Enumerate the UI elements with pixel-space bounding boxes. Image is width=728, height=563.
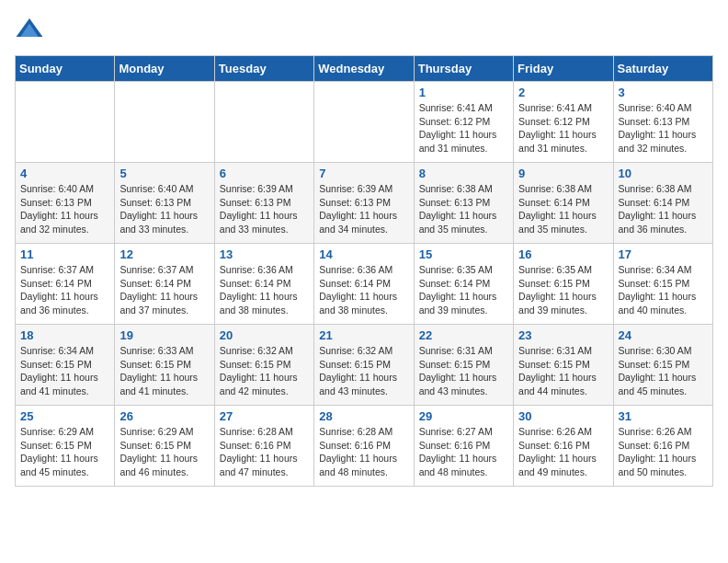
day-number: 29 — [419, 409, 508, 423]
calendar-cell: 6Sunrise: 6:39 AM Sunset: 6:13 PM Daylig… — [214, 163, 313, 244]
day-number: 7 — [319, 167, 408, 180]
day-info: Sunrise: 6:26 AM Sunset: 6:16 PM Dayligh… — [619, 425, 708, 479]
calendar-cell: 1Sunrise: 6:41 AM Sunset: 6:12 PM Daylig… — [414, 82, 513, 163]
calendar-week-row: 18Sunrise: 6:34 AM Sunset: 6:15 PM Dayli… — [16, 325, 713, 406]
day-number: 9 — [518, 167, 608, 180]
calendar-cell: 16Sunrise: 6:35 AM Sunset: 6:15 PM Dayli… — [514, 244, 613, 325]
calendar-header-sunday: Sunday — [16, 56, 115, 82]
calendar-cell: 18Sunrise: 6:34 AM Sunset: 6:15 PM Dayli… — [16, 325, 115, 406]
calendar-cell: 3Sunrise: 6:40 AM Sunset: 6:13 PM Daylig… — [613, 82, 712, 163]
calendar-cell: 8Sunrise: 6:38 AM Sunset: 6:13 PM Daylig… — [414, 163, 513, 244]
calendar-cell: 28Sunrise: 6:28 AM Sunset: 6:16 PM Dayli… — [314, 406, 414, 487]
calendar-cell: 30Sunrise: 6:26 AM Sunset: 6:16 PM Dayli… — [514, 406, 613, 487]
calendar-cell: 22Sunrise: 6:31 AM Sunset: 6:15 PM Dayli… — [414, 325, 513, 406]
day-number: 6 — [220, 167, 309, 180]
day-info: Sunrise: 6:32 AM Sunset: 6:15 PM Dayligh… — [319, 344, 408, 398]
calendar-cell: 29Sunrise: 6:27 AM Sunset: 6:16 PM Dayli… — [414, 406, 513, 487]
calendar-week-row: 11Sunrise: 6:37 AM Sunset: 6:14 PM Dayli… — [16, 244, 713, 325]
day-number: 26 — [119, 409, 209, 423]
calendar-cell: 4Sunrise: 6:40 AM Sunset: 6:13 PM Daylig… — [16, 163, 115, 244]
calendar-cell: 21Sunrise: 6:32 AM Sunset: 6:15 PM Dayli… — [314, 325, 414, 406]
calendar-cell: 13Sunrise: 6:36 AM Sunset: 6:14 PM Dayli… — [214, 244, 313, 325]
day-number: 17 — [619, 247, 708, 261]
day-number: 20 — [220, 328, 309, 342]
day-number: 8 — [419, 167, 508, 180]
day-number: 13 — [220, 247, 309, 261]
calendar-cell: 23Sunrise: 6:31 AM Sunset: 6:15 PM Dayli… — [514, 325, 613, 406]
day-info: Sunrise: 6:37 AM Sunset: 6:14 PM Dayligh… — [119, 263, 209, 317]
day-info: Sunrise: 6:31 AM Sunset: 6:15 PM Dayligh… — [518, 344, 608, 398]
day-info: Sunrise: 6:29 AM Sunset: 6:15 PM Dayligh… — [119, 425, 209, 479]
day-number: 10 — [619, 167, 708, 180]
calendar-cell: 26Sunrise: 6:29 AM Sunset: 6:15 PM Dayli… — [115, 406, 214, 487]
calendar-week-row: 25Sunrise: 6:29 AM Sunset: 6:15 PM Dayli… — [16, 406, 713, 487]
calendar-cell: 11Sunrise: 6:37 AM Sunset: 6:14 PM Dayli… — [16, 244, 115, 325]
calendar-header-wednesday: Wednesday — [314, 56, 414, 82]
day-number: 30 — [518, 409, 608, 423]
day-info: Sunrise: 6:30 AM Sunset: 6:15 PM Dayligh… — [619, 344, 708, 398]
day-number: 4 — [20, 167, 109, 180]
day-number: 24 — [619, 328, 708, 342]
day-info: Sunrise: 6:41 AM Sunset: 6:12 PM Dayligh… — [518, 101, 608, 155]
day-info: Sunrise: 6:41 AM Sunset: 6:12 PM Dayligh… — [419, 101, 508, 155]
day-number: 27 — [220, 409, 309, 423]
calendar-cell: 19Sunrise: 6:33 AM Sunset: 6:15 PM Dayli… — [115, 325, 214, 406]
calendar-week-row: 1Sunrise: 6:41 AM Sunset: 6:12 PM Daylig… — [16, 82, 713, 163]
day-info: Sunrise: 6:31 AM Sunset: 6:15 PM Dayligh… — [419, 344, 508, 398]
day-info: Sunrise: 6:38 AM Sunset: 6:14 PM Dayligh… — [518, 182, 608, 236]
day-number: 23 — [518, 328, 608, 342]
day-info: Sunrise: 6:28 AM Sunset: 6:16 PM Dayligh… — [319, 425, 408, 479]
calendar-header-row: SundayMondayTuesdayWednesdayThursdayFrid… — [16, 56, 713, 82]
logo-icon — [15, 15, 44, 44]
calendar-header-tuesday: Tuesday — [214, 56, 313, 82]
day-info: Sunrise: 6:39 AM Sunset: 6:13 PM Dayligh… — [220, 182, 309, 236]
calendar-cell: 12Sunrise: 6:37 AM Sunset: 6:14 PM Dayli… — [115, 244, 214, 325]
day-number: 22 — [419, 328, 508, 342]
calendar-cell: 14Sunrise: 6:36 AM Sunset: 6:14 PM Dayli… — [314, 244, 414, 325]
day-info: Sunrise: 6:37 AM Sunset: 6:14 PM Dayligh… — [20, 263, 109, 317]
calendar-cell — [214, 82, 313, 163]
calendar-cell: 5Sunrise: 6:40 AM Sunset: 6:13 PM Daylig… — [115, 163, 214, 244]
day-info: Sunrise: 6:33 AM Sunset: 6:15 PM Dayligh… — [119, 344, 209, 398]
calendar-cell: 15Sunrise: 6:35 AM Sunset: 6:14 PM Dayli… — [414, 244, 513, 325]
calendar-cell: 27Sunrise: 6:28 AM Sunset: 6:16 PM Dayli… — [214, 406, 313, 487]
calendar-table: SundayMondayTuesdayWednesdayThursdayFrid… — [15, 55, 713, 487]
day-number: 19 — [119, 328, 209, 342]
calendar-cell: 10Sunrise: 6:38 AM Sunset: 6:14 PM Dayli… — [613, 163, 712, 244]
calendar-cell: 2Sunrise: 6:41 AM Sunset: 6:12 PM Daylig… — [514, 82, 613, 163]
day-info: Sunrise: 6:27 AM Sunset: 6:16 PM Dayligh… — [419, 425, 508, 479]
day-number: 16 — [518, 247, 608, 261]
day-info: Sunrise: 6:29 AM Sunset: 6:15 PM Dayligh… — [20, 425, 109, 479]
calendar-cell: 7Sunrise: 6:39 AM Sunset: 6:13 PM Daylig… — [314, 163, 414, 244]
calendar-header-saturday: Saturday — [613, 56, 712, 82]
calendar-header-friday: Friday — [514, 56, 613, 82]
day-info: Sunrise: 6:40 AM Sunset: 6:13 PM Dayligh… — [119, 182, 209, 236]
day-number: 12 — [119, 247, 209, 261]
calendar-cell — [16, 82, 115, 163]
calendar-cell: 24Sunrise: 6:30 AM Sunset: 6:15 PM Dayli… — [613, 325, 712, 406]
day-number: 3 — [619, 86, 708, 99]
calendar-cell: 31Sunrise: 6:26 AM Sunset: 6:16 PM Dayli… — [613, 406, 712, 487]
day-number: 2 — [518, 86, 608, 99]
day-info: Sunrise: 6:36 AM Sunset: 6:14 PM Dayligh… — [220, 263, 309, 317]
day-info: Sunrise: 6:38 AM Sunset: 6:13 PM Dayligh… — [419, 182, 508, 236]
day-info: Sunrise: 6:36 AM Sunset: 6:14 PM Dayligh… — [319, 263, 408, 317]
day-number: 14 — [319, 247, 408, 261]
day-number: 31 — [619, 409, 708, 423]
day-info: Sunrise: 6:40 AM Sunset: 6:13 PM Dayligh… — [20, 182, 109, 236]
day-info: Sunrise: 6:35 AM Sunset: 6:14 PM Dayligh… — [419, 263, 508, 317]
calendar-header-monday: Monday — [115, 56, 214, 82]
day-number: 11 — [20, 247, 109, 261]
calendar-week-row: 4Sunrise: 6:40 AM Sunset: 6:13 PM Daylig… — [16, 163, 713, 244]
day-number: 25 — [20, 409, 109, 423]
calendar-cell: 25Sunrise: 6:29 AM Sunset: 6:15 PM Dayli… — [16, 406, 115, 487]
day-info: Sunrise: 6:35 AM Sunset: 6:15 PM Dayligh… — [518, 263, 608, 317]
day-info: Sunrise: 6:34 AM Sunset: 6:15 PM Dayligh… — [20, 344, 109, 398]
day-info: Sunrise: 6:32 AM Sunset: 6:15 PM Dayligh… — [220, 344, 309, 398]
day-info: Sunrise: 6:38 AM Sunset: 6:14 PM Dayligh… — [619, 182, 708, 236]
calendar-cell — [115, 82, 214, 163]
day-number: 18 — [20, 328, 109, 342]
day-number: 5 — [119, 167, 209, 180]
day-info: Sunrise: 6:40 AM Sunset: 6:13 PM Dayligh… — [619, 101, 708, 155]
day-info: Sunrise: 6:28 AM Sunset: 6:16 PM Dayligh… — [220, 425, 309, 479]
